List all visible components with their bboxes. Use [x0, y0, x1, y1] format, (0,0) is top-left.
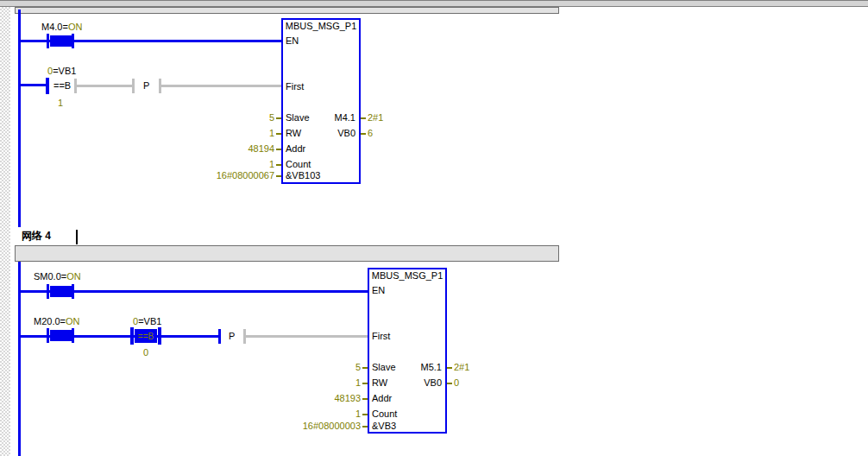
param-label: RW	[372, 377, 387, 388]
param-tick	[362, 367, 368, 369]
block-first-label: First	[372, 331, 390, 341]
compare-operand-label[interactable]: 0=VB1	[47, 66, 76, 76]
param-value[interactable]: 48193	[240, 393, 361, 403]
edge-contact-label[interactable]: P	[143, 80, 149, 91]
output-operand[interactable]: M4.1	[304, 112, 355, 123]
edge-contact-label[interactable]: P	[229, 331, 235, 341]
compare-operand-label[interactable]: 0=VB1	[133, 316, 161, 326]
param-tick	[361, 133, 366, 135]
contact-power-fill[interactable]	[50, 35, 72, 47]
no-contact-right-bar[interactable]	[72, 328, 74, 343]
no-contact-right-bar[interactable]	[72, 284, 74, 299]
output-status-value: 2#1	[454, 362, 469, 372]
network-comment-bar[interactable]	[15, 7, 559, 14]
output-operand[interactable]: VB0	[304, 128, 355, 138]
param-label: Count	[286, 159, 311, 169]
contact-operand-label[interactable]: SM0.0=ON	[34, 271, 81, 282]
network-margin-hatch	[0, 7, 10, 456]
param-tick	[276, 133, 281, 135]
compare-current-value: 1	[58, 98, 63, 108]
operand-text: M4.0=	[41, 22, 68, 32]
edge-contact-left-bar[interactable]	[218, 329, 221, 344]
contact-power-fill[interactable]	[50, 286, 72, 297]
param-value[interactable]: 1	[154, 159, 274, 169]
param-tick	[362, 414, 368, 415]
pane-splitter-bar[interactable]	[0, 0, 868, 7]
text-cursor	[76, 230, 78, 244]
edge-contact-left-bar[interactable]	[132, 79, 135, 93]
param-label: &VB103	[286, 170, 320, 180]
block-en-label: EN	[286, 35, 299, 46]
operand-text: M20.0=	[34, 316, 66, 326]
no-contact-left-bar[interactable]	[47, 328, 49, 343]
output-operand[interactable]: VB0	[390, 377, 442, 388]
compare-current-value: 0	[143, 347, 148, 358]
param-tick	[362, 398, 368, 400]
output-status-value: 6	[368, 128, 373, 138]
block-first-label: First	[286, 81, 304, 92]
rung-wire	[246, 335, 368, 338]
rung-wire	[20, 84, 46, 86]
param-tick	[276, 149, 281, 150]
param-value[interactable]: 5	[154, 112, 274, 123]
param-tick	[361, 117, 366, 119]
param-tick	[447, 383, 452, 384]
contact-operand-label[interactable]: M20.0=ON	[34, 316, 80, 326]
param-label: &VB3	[372, 421, 396, 431]
param-value[interactable]: 16#08000067	[154, 170, 274, 180]
param-tick	[276, 175, 281, 177]
compare-contact-left-bar[interactable]	[130, 327, 134, 345]
compare-contact-right-bar[interactable]	[158, 327, 161, 345]
output-status-value: 0	[454, 377, 459, 388]
param-value[interactable]: 16#08000003	[240, 421, 361, 431]
param-value[interactable]: 48194	[154, 143, 274, 154]
rung-wire	[161, 85, 281, 87]
param-label: Addr	[372, 393, 392, 403]
status-text: ON	[66, 271, 81, 282]
param-tick	[276, 117, 281, 119]
block-en-label: EN	[372, 285, 385, 295]
param-value[interactable]: 5	[240, 362, 361, 372]
network-title[interactable]: 网络 4	[22, 231, 51, 241]
output-status-value: 2#1	[368, 112, 383, 123]
status-text: ON	[66, 316, 80, 326]
compare-operand-text: =VB1	[53, 66, 76, 76]
no-contact-left-bar[interactable]	[47, 284, 49, 299]
param-tick	[362, 426, 368, 428]
network-comment-bar[interactable]	[15, 245, 559, 262]
contact-power-fill[interactable]	[50, 330, 72, 341]
param-tick	[362, 383, 368, 384]
ladder-editor-pane: M4.0=ON 0=VB1 ==B 1 P MBUS_MSG_P1 EN Fir…	[0, 0, 868, 456]
operand-text: SM0.0=	[34, 271, 66, 282]
param-tick	[447, 367, 452, 369]
compare-operator-label[interactable]: ==B	[135, 330, 157, 343]
param-value[interactable]: 1	[240, 377, 361, 388]
no-contact-left-bar[interactable]	[47, 34, 49, 48]
block-title: MBUS_MSG_P1	[369, 270, 445, 281]
param-label: Count	[372, 408, 397, 419]
status-text: ON	[68, 22, 83, 32]
no-contact-right-bar[interactable]	[72, 34, 74, 48]
contact-operand-label[interactable]: M4.0=ON	[41, 22, 82, 32]
param-label: RW	[286, 128, 301, 138]
rung-wire	[77, 85, 132, 87]
block-title: MBUS_MSG_P1	[283, 21, 359, 31]
param-label: Addr	[286, 143, 305, 154]
compare-operand-text: =VB1	[138, 316, 161, 326]
compare-contact-left-bar[interactable]	[46, 78, 49, 94]
compare-operator-label[interactable]: ==B	[53, 80, 71, 91]
param-value[interactable]: 1	[154, 128, 274, 138]
param-value[interactable]: 1	[240, 408, 361, 419]
param-tick	[276, 164, 281, 166]
output-operand[interactable]: M5.1	[390, 362, 442, 372]
